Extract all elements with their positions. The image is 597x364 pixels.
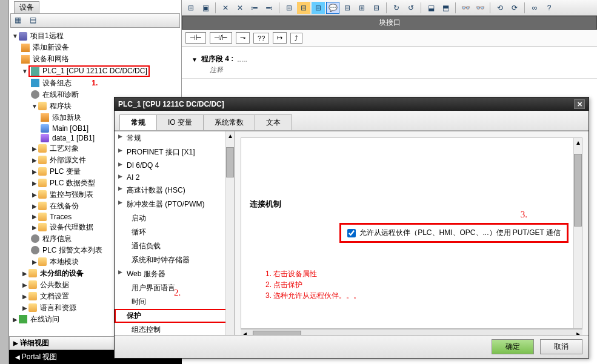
ladder-branch-up[interactable]: ⤴	[290, 33, 302, 44]
tab-io-vars[interactable]: IO 变量	[156, 114, 204, 130]
ladder-no-contact[interactable]: ⊣⊢	[185, 32, 206, 44]
cat-pto[interactable]: 脉冲发生器 (PTO/PWM)	[115, 197, 234, 211]
ladder-toolbar: ⊣⊢ ⊣/⊢ ⊸ ?? ↦ ⤴	[182, 30, 597, 47]
section-connection-mechanism: 连接机制	[250, 199, 573, 210]
ladder-branch[interactable]: ↦	[273, 32, 287, 44]
tb-icon[interactable]: ⬒	[439, 2, 452, 14]
tab-text[interactable]: 文本	[255, 114, 292, 130]
annotation-3: 3.	[521, 210, 527, 220]
tb-icon[interactable]: ⊟	[282, 2, 296, 14]
tree-root[interactable]: 项目1远程	[9, 30, 181, 42]
putget-checkbox[interactable]	[347, 229, 356, 237]
tb-icon[interactable]: ⊟	[312, 2, 325, 14]
dialog-title-text: PLC_1 [CPU 1211C DC/DC/DC]	[118, 100, 224, 108]
tree-toolbar: ▦ ▤	[10, 13, 180, 28]
cat-ai2[interactable]: AI 2	[115, 171, 234, 184]
content-hscrollbar[interactable]: ◂▸	[241, 329, 582, 335]
tb-icon[interactable]: ↺	[404, 2, 418, 14]
tb-icon[interactable]: ≕	[262, 2, 276, 14]
tb-icon[interactable]: ∞	[528, 2, 541, 14]
cat-commload[interactable]: 通信负载	[115, 239, 234, 253]
cat-configctrl[interactable]: 组态控制	[115, 323, 234, 335]
tab-general[interactable]: 常规	[119, 114, 157, 130]
left-dock-bar[interactable]	[0, 0, 9, 364]
cat-profinet[interactable]: PROFINET 接口 [X1]	[115, 145, 234, 159]
tree-tool-2[interactable]: ▤	[26, 14, 39, 26]
cat-protect[interactable]: 保护	[115, 309, 234, 323]
ladder-coil[interactable]: ⊸	[236, 32, 250, 44]
devices-tab[interactable]: 设备	[14, 1, 39, 13]
cat-hsc[interactable]: 高速计数器 (HSC)	[115, 184, 234, 197]
tree-dev-config[interactable]: 设备组态 1.	[9, 78, 181, 89]
segment-comment: 注释	[210, 65, 587, 74]
putget-permission-box: 允许从远程伙伴（PLC、HMI、OPC、...）使用 PUT/GET 通信	[339, 223, 569, 243]
instruction-annotations: 1. 右击设备属性 2. 点击保护 3. 选种允许从远程伙伴。。。	[265, 268, 361, 301]
tb-icon[interactable]: ⊞	[355, 2, 369, 14]
tb-icon[interactable]: 👓	[473, 2, 487, 14]
ok-button[interactable]: 确定	[492, 339, 534, 354]
cat-sysclock[interactable]: 系统和时钟存储器	[115, 253, 234, 267]
block-interface-header[interactable]: 块接口	[182, 16, 597, 30]
tree-plc[interactable]: PLC_1 [CPU 1211C DC/DC/DC]	[9, 65, 181, 78]
tb-icon[interactable]: 👓	[459, 2, 472, 14]
tree-tool-1[interactable]: ▦	[11, 14, 24, 26]
tb-icon[interactable]: ⟳	[508, 2, 521, 14]
tab-sys-const[interactable]: 系统常数	[203, 114, 255, 130]
cat-webserver[interactable]: Web 服务器	[115, 267, 234, 281]
tb-icon[interactable]: ▣	[199, 2, 212, 14]
dialog-tabs: 常规 IO 变量 系统常数 文本	[115, 111, 589, 131]
tb-icon[interactable]: ✕	[233, 2, 247, 14]
tb-icon[interactable]: 💬	[326, 2, 339, 14]
cat-startup[interactable]: 启动	[115, 211, 234, 225]
tb-icon[interactable]: ⬓	[424, 2, 438, 14]
dialog-content: 连接机制 3. 允许从远程伙伴（PLC、HMI、OPC、...）使用 PUT/G…	[235, 131, 589, 335]
dialog-footer: 确定 取消	[115, 335, 589, 358]
tb-icon[interactable]: ⊟	[184, 2, 198, 14]
tb-icon[interactable]: ?	[542, 2, 556, 14]
annotation-2: 2.	[174, 288, 181, 298]
properties-dialog: PLC_1 [CPU 1211C DC/DC/DC] ✕ 常规 IO 变量 系统…	[114, 97, 589, 359]
cat-didq[interactable]: DI 6/DQ 4	[115, 159, 234, 171]
putget-label: 允许从远程伙伴（PLC、HMI、OPC、...）使用 PUT/GET 通信	[359, 228, 561, 238]
tb-icon[interactable]: ≔	[248, 2, 261, 14]
tb-icon[interactable]: ✕	[219, 2, 232, 14]
tree-add-device[interactable]: 添加新设备	[9, 42, 181, 53]
tree-dev-network[interactable]: 设备和网络	[9, 53, 181, 65]
tb-icon[interactable]: ⊟	[297, 2, 310, 14]
program-segment[interactable]: 程序段 4 :..... 注释	[182, 50, 597, 79]
cat-cycle[interactable]: 循环	[115, 225, 234, 239]
segment-collapse-icon[interactable]	[192, 55, 198, 64]
dialog-titlebar[interactable]: PLC_1 [CPU 1211C DC/DC/DC] ✕	[115, 98, 589, 111]
tb-icon[interactable]: ⟲	[493, 2, 507, 14]
tb-icon[interactable]: ↻	[390, 2, 403, 14]
editor-toolbar: ⊟ ▣ ✕ ✕ ≔ ≕ ⊟ ⊟ ⊟ 💬 ⊟ ⊞ ⊟ ↻ ↺ ⬓ ⬒ 👓 👓 ⟲	[182, 0, 597, 16]
dialog-category-list: 常规 PROFINET 接口 [X1] DI 6/DQ 4 AI 2 高速计数器…	[115, 131, 235, 335]
content-scrollbar[interactable]: ▴	[573, 138, 582, 328]
segment-title: 程序段 4 :	[201, 54, 233, 64]
ladder-box[interactable]: ??	[253, 33, 269, 44]
ladder-nc-contact[interactable]: ⊣/⊢	[210, 32, 232, 44]
cancel-button[interactable]: 取消	[540, 339, 582, 354]
tb-icon[interactable]: ⊟	[370, 2, 383, 14]
cat-general[interactable]: 常规	[115, 131, 234, 145]
close-icon[interactable]: ✕	[574, 99, 585, 109]
tb-icon[interactable]: ⊟	[341, 2, 354, 14]
annotation-1: 1.	[92, 79, 98, 87]
category-scrollbar[interactable]: ▴	[225, 131, 234, 335]
